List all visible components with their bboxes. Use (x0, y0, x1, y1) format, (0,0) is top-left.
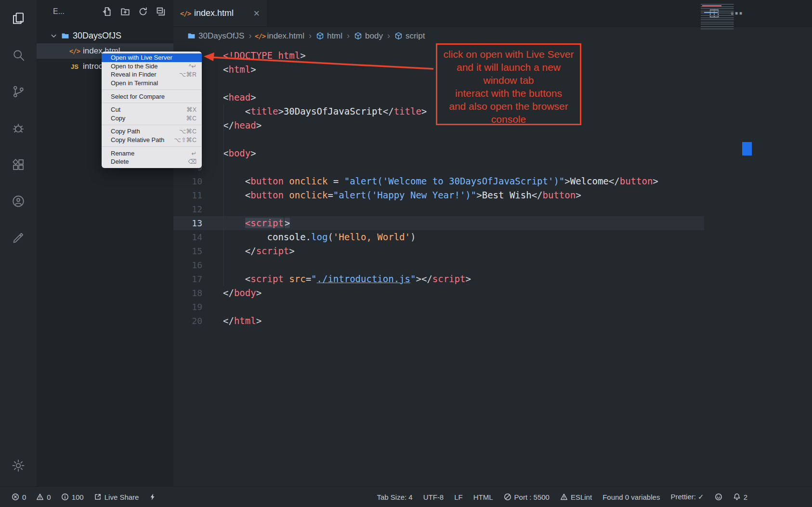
activity-run-debug[interactable] (7, 117, 30, 140)
menu-item-open-with-live-server[interactable]: Open with Live Server (102, 53, 202, 62)
code-line-14[interactable]: 14 console.log('Hello, World') (173, 230, 812, 244)
indent-guide (223, 104, 224, 286)
breadcrumb-html[interactable]: html (316, 31, 342, 41)
code-line-9[interactable]: 9 (173, 160, 812, 174)
debug-icon (11, 121, 26, 135)
breadcrumb-separator: › (249, 31, 251, 41)
status-right: Tab Size: 4UTF-8LFHTMLPort : 5500ESLintF… (377, 493, 747, 501)
smiley-icon (715, 493, 722, 501)
account-icon (11, 194, 26, 208)
menu-item-open-to-the-side[interactable]: Open to the Side^↵ (102, 62, 202, 71)
js-icon: JS (70, 62, 79, 71)
activity-bar-bottom (7, 454, 30, 487)
activity-bar (0, 0, 37, 487)
breadcrumb-index-html[interactable]: </>index.html (256, 31, 304, 41)
menu-separator (102, 125, 201, 125)
menu-item-open-in-terminal[interactable]: Open in Terminal (102, 79, 202, 88)
menu-item-copy-relative-path[interactable]: Copy Relative Path⌥⇧⌘C (102, 136, 202, 144)
new-file-button[interactable] (103, 7, 112, 16)
overview-ruler-marker[interactable] (742, 142, 752, 156)
annotation-line: click on open with Live Sever (437, 48, 580, 61)
breadcrumb-30daysofjs[interactable]: 30DaysOfJS (187, 31, 244, 41)
status-feedback-smiley[interactable] (715, 493, 722, 501)
minimap[interactable] (701, 4, 743, 30)
collapse-icon (156, 7, 166, 16)
new-file-icon (103, 7, 112, 16)
new-folder-icon (120, 7, 130, 16)
code-line-8[interactable]: 8<body> (173, 146, 812, 160)
status-bar: 00100Live Share Tab Size: 4UTF-8LFHTMLPo… (0, 486, 812, 507)
status-port[interactable]: Port : 5500 (504, 493, 550, 501)
code-line-17[interactable]: 17 <script src="./introduction.js"></scr… (173, 272, 812, 286)
code-icon: </> (256, 32, 264, 40)
status-live-server-bolt[interactable] (149, 493, 157, 501)
status-prettier[interactable]: Prettier: ✓ (670, 493, 704, 501)
menu-item-copy[interactable]: Copy⌘C (102, 114, 202, 123)
menu-item-copy-path[interactable]: Copy Path⌥⌘C (102, 127, 202, 136)
files-icon (11, 11, 26, 26)
activity-source-control[interactable] (7, 80, 30, 103)
status-encoding[interactable]: UTF-8 (423, 493, 444, 501)
cube-icon (354, 32, 362, 40)
activity-bar-top (7, 7, 30, 249)
annotation-line: and also open the browser (437, 100, 580, 113)
cube-icon (394, 32, 403, 40)
status-live-share[interactable]: Live Share (94, 493, 139, 501)
code-line-20[interactable]: 20</html> (173, 314, 812, 328)
line-number: 16 (173, 258, 202, 272)
collapse-folders-button[interactable] (156, 7, 166, 16)
activity-extensions[interactable] (7, 153, 30, 176)
code-line-12[interactable]: 12 (173, 202, 812, 216)
status-eslint[interactable]: ESLint (560, 493, 592, 501)
line-number: 10 (173, 174, 202, 188)
activity-feedback[interactable] (7, 226, 30, 249)
breadcrumb-script[interactable]: script (394, 31, 425, 41)
annotation-box: click on open with Live Severand it will… (436, 43, 581, 125)
menu-item-delete[interactable]: Delete⌫ (102, 157, 202, 166)
close-icon[interactable]: × (253, 8, 260, 19)
status-tab-size[interactable]: Tab Size: 4 (377, 493, 412, 501)
info-icon (61, 493, 69, 501)
refresh-explorer-button[interactable] (138, 7, 148, 16)
folder-sm-icon (187, 32, 196, 40)
code-line-16[interactable]: 16 (173, 258, 812, 272)
status-info-count[interactable]: 100 (61, 493, 84, 501)
menu-item-cut[interactable]: Cut⌘X (102, 105, 202, 114)
tab-index-html[interactable]: </> index.html × (173, 0, 268, 26)
new-folder-button[interactable] (120, 7, 130, 16)
activity-settings[interactable] (7, 454, 30, 477)
breadcrumb-separator: › (309, 31, 312, 41)
explorer-title: E... (53, 7, 65, 16)
extensions-icon (11, 157, 26, 172)
search-icon (11, 48, 26, 62)
folder-row-30daysofjs[interactable]: 30DaysOfJS (37, 28, 173, 43)
tab-label: index.html (194, 8, 234, 18)
activity-explorer[interactable] (7, 7, 30, 30)
status-variables[interactable]: Found 0 variables (602, 493, 660, 501)
line-number: 15 (173, 244, 202, 258)
code-line-15[interactable]: 15 </script> (173, 244, 812, 258)
code-line-10[interactable]: 10 <button onclick = "alert('Welcome to … (173, 174, 812, 188)
code-line-11[interactable]: 11 <button onclick="alert('Happy New Yea… (173, 188, 812, 202)
breadcrumb-body[interactable]: body (354, 31, 383, 41)
code-line-13[interactable]: 13 <script> (173, 216, 812, 230)
pen-icon (11, 231, 26, 245)
code-line-7[interactable]: 7 (173, 132, 812, 146)
line-number: 18 (173, 286, 202, 300)
menu-item-rename[interactable]: Rename↵ (102, 149, 202, 157)
code-line-19[interactable]: 19 (173, 300, 812, 314)
menu-item-reveal-in-finder[interactable]: Reveal in Finder⌥⌘R (102, 70, 202, 79)
status-notifications[interactable]: 2 (733, 493, 747, 501)
code-line-18[interactable]: 18</body> (173, 286, 812, 300)
menu-separator (102, 103, 201, 103)
refresh-icon (138, 7, 148, 16)
activity-live-share[interactable] (7, 190, 30, 213)
menu-item-select-for-compare[interactable]: Select for Compare (102, 92, 202, 101)
warning-icon (560, 493, 568, 501)
activity-search[interactable] (7, 43, 30, 66)
status-language-mode[interactable]: HTML (473, 493, 493, 501)
status-eol[interactable]: LF (454, 493, 463, 501)
status-warnings[interactable]: 0 (36, 493, 51, 501)
status-errors[interactable]: 0 (12, 493, 26, 501)
folder-icon (61, 32, 69, 40)
